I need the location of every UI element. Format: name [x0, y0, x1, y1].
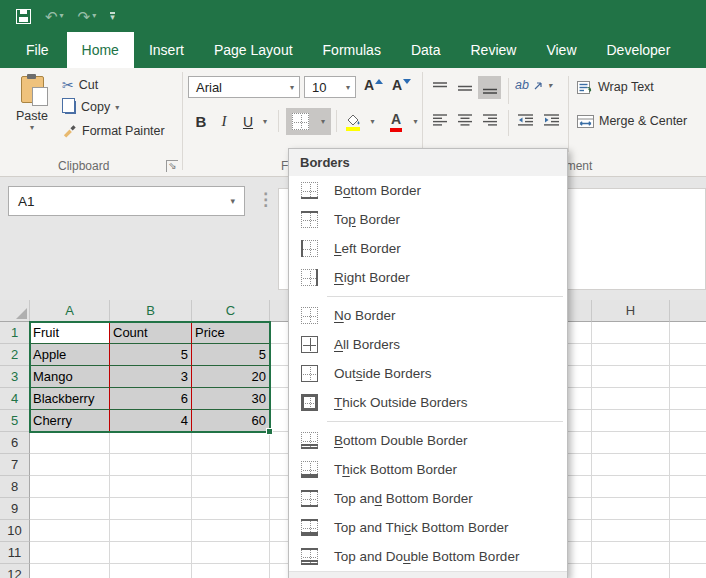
cell-H6[interactable]	[592, 432, 670, 454]
cell-I12[interactable]	[670, 564, 706, 578]
menu-item-top-bottom[interactable]: Top and Bottom Border	[289, 484, 567, 513]
cell-C5[interactable]: 60	[192, 410, 270, 432]
tab-view[interactable]: View	[531, 32, 591, 68]
row-header-6[interactable]: 6	[0, 432, 30, 454]
align-right-button[interactable]	[478, 108, 501, 131]
column-header-I[interactable]: I	[670, 300, 706, 322]
clipboard-dialog-launcher[interactable]: ⇘	[166, 160, 178, 172]
bottom-align-button[interactable]	[478, 76, 501, 99]
fill-color-dropdown[interactable]: ▾	[366, 108, 379, 135]
cell-A11[interactable]	[30, 542, 110, 564]
menu-item-bottom-double[interactable]: Bottom Double Border	[289, 426, 567, 455]
cell-C7[interactable]	[192, 454, 270, 476]
cell-B5[interactable]: 4	[110, 410, 192, 432]
cell-C3[interactable]: 20	[192, 366, 270, 388]
column-header-H[interactable]: H	[592, 300, 670, 322]
cell-I10[interactable]	[670, 520, 706, 542]
save-button[interactable]	[16, 9, 31, 24]
formula-bar-grip-icon[interactable]: ⋮	[257, 189, 272, 210]
cell-H10[interactable]	[592, 520, 670, 542]
tab-developer[interactable]: Developer	[592, 32, 686, 68]
row-header-4[interactable]: 4	[0, 388, 30, 410]
row-header-2[interactable]: 2	[0, 344, 30, 366]
cell-C1[interactable]: Price	[192, 322, 270, 344]
orientation-button[interactable]: ab ▾	[515, 78, 552, 92]
cell-I3[interactable]	[670, 366, 706, 388]
cell-A1[interactable]: Fruit	[30, 322, 110, 344]
paste-button[interactable]: Paste ▾	[6, 74, 58, 150]
menu-item-left[interactable]: Left Border	[289, 234, 567, 263]
align-left-button[interactable]	[428, 108, 451, 131]
underline-button[interactable]: U	[238, 108, 258, 135]
font-size-combobox[interactable]: 10 ▾	[304, 76, 356, 98]
cell-A2[interactable]: Apple	[30, 344, 110, 366]
cell-C10[interactable]	[192, 520, 270, 542]
cell-H9[interactable]	[592, 498, 670, 520]
cell-B6[interactable]	[110, 432, 192, 454]
cell-A4[interactable]: Blackberry	[30, 388, 110, 410]
column-header-B[interactable]: B	[110, 300, 192, 322]
row-header-8[interactable]: 8	[0, 476, 30, 498]
cut-button[interactable]: ✂ Cut	[62, 77, 98, 93]
row-header-11[interactable]: 11	[0, 542, 30, 564]
cell-B12[interactable]	[110, 564, 192, 578]
menu-item-none[interactable]: No Border	[289, 301, 567, 330]
cell-H11[interactable]	[592, 542, 670, 564]
menu-item-thick-bottom[interactable]: Thick Bottom Border	[289, 455, 567, 484]
cell-I8[interactable]	[670, 476, 706, 498]
cell-A5[interactable]: Cherry	[30, 410, 110, 432]
tab-review[interactable]: Review	[456, 32, 532, 68]
cell-I6[interactable]	[670, 432, 706, 454]
decrease-indent-button[interactable]	[514, 108, 537, 131]
row-header-9[interactable]: 9	[0, 498, 30, 520]
bold-button[interactable]: B	[190, 108, 212, 135]
cell-I2[interactable]	[670, 344, 706, 366]
cell-C12[interactable]	[192, 564, 270, 578]
wrap-text-button[interactable]: Wrap Text	[577, 80, 654, 94]
cell-B3[interactable]: 3	[110, 366, 192, 388]
cell-H2[interactable]	[592, 344, 670, 366]
cell-C8[interactable]	[192, 476, 270, 498]
decrease-font-size-button[interactable]: A	[392, 77, 411, 93]
cell-C2[interactable]: 5	[192, 344, 270, 366]
copy-button[interactable]: Copy ▾	[62, 100, 119, 114]
borders-dropdown[interactable]: ▾	[315, 108, 331, 135]
name-box-dropdown-icon[interactable]: ▾	[230, 196, 244, 206]
select-all-button[interactable]	[0, 300, 30, 322]
cell-B10[interactable]	[110, 520, 192, 542]
cell-A6[interactable]	[30, 432, 110, 454]
row-header-7[interactable]: 7	[0, 454, 30, 476]
increase-indent-button[interactable]	[540, 108, 563, 131]
font-color-dropdown[interactable]: ▾	[409, 108, 422, 135]
cell-I4[interactable]	[670, 388, 706, 410]
font-size-dropdown-icon[interactable]: ▾	[346, 83, 355, 92]
tab-data[interactable]: Data	[396, 32, 456, 68]
menu-item-bottom[interactable]: Bottom Border	[289, 176, 567, 205]
name-box[interactable]: A1 ▾	[8, 186, 245, 216]
cell-C4[interactable]: 30	[192, 388, 270, 410]
cell-B4[interactable]: 6	[110, 388, 192, 410]
cell-A12[interactable]	[30, 564, 110, 578]
cell-I1[interactable]	[670, 322, 706, 344]
cell-B2[interactable]: 5	[110, 344, 192, 366]
row-header-10[interactable]: 10	[0, 520, 30, 542]
cell-H8[interactable]	[592, 476, 670, 498]
menu-item-outside[interactable]: Outside Borders	[289, 359, 567, 388]
paste-dropdown-icon[interactable]: ▾	[30, 123, 34, 132]
cell-H4[interactable]	[592, 388, 670, 410]
cell-B8[interactable]	[110, 476, 192, 498]
menu-item-right[interactable]: Right Border	[289, 263, 567, 292]
menu-item-top-thick-bottom[interactable]: Top and Thick Bottom Border	[289, 513, 567, 542]
underline-dropdown[interactable]: ▾	[258, 108, 272, 135]
format-painter-button[interactable]: Format Painter	[62, 123, 165, 138]
font-name-combobox[interactable]: Arial ▾	[188, 76, 300, 98]
redo-button[interactable]: ↷ ▾	[78, 9, 97, 24]
fill-handle[interactable]	[266, 428, 273, 435]
top-align-button[interactable]	[428, 76, 451, 99]
increase-font-size-button[interactable]: A	[364, 77, 383, 93]
align-center-button[interactable]	[453, 108, 476, 131]
menu-item-top[interactable]: Top Border	[289, 205, 567, 234]
cell-I5[interactable]	[670, 410, 706, 432]
cell-A9[interactable]	[30, 498, 110, 520]
font-name-dropdown-icon[interactable]: ▾	[290, 83, 299, 92]
